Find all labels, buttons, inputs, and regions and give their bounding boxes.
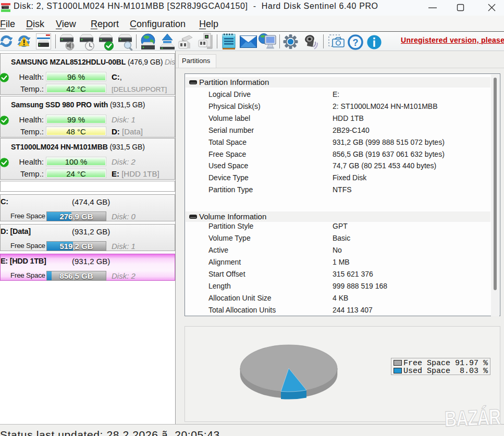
svg-text:?: ? — [353, 38, 359, 48]
